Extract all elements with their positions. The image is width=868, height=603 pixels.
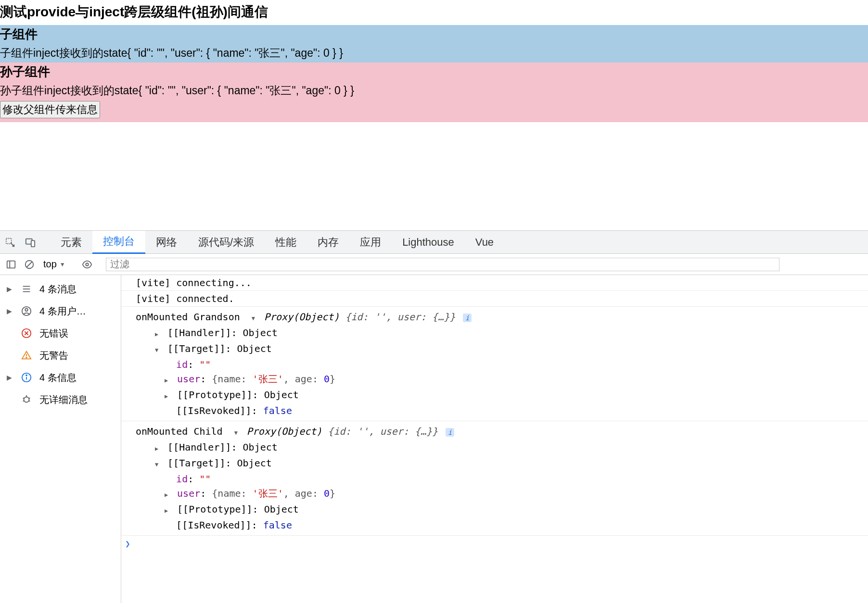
log-handler[interactable]: ▶ [[Handler]]: Object <box>136 326 854 341</box>
inspect-element-icon[interactable] <box>0 231 20 254</box>
child-heading: 子组件 <box>0 26 868 43</box>
svg-point-7 <box>86 263 89 266</box>
log-child-block: onMounted Child ▼ Proxy(Object) {id: '',… <box>121 421 868 536</box>
caret-right-icon: ▶ <box>155 327 162 341</box>
svg-point-21 <box>24 397 29 402</box>
child-text: 子组件inject接收到的state{ "id": "", "user": { … <box>0 46 868 61</box>
caret-right-icon: ▶ <box>165 373 171 388</box>
grandchild-component-panel: 孙子组件 孙子组件inject接收到的state{ "id": "", "use… <box>0 63 868 122</box>
sidebar-item-user[interactable]: ▶ 4 条用户… <box>0 300 121 322</box>
sidebar-messages-label: 4 条消息 <box>39 283 77 296</box>
sidebar-warnings-label: 无警告 <box>39 349 68 362</box>
svg-line-6 <box>27 262 32 267</box>
console-sidebar: ▶ 4 条消息 ▶ 4 条用户… <box>0 275 121 603</box>
caret-right-icon: ▶ <box>155 441 162 456</box>
log-child-summary[interactable]: onMounted Child ▼ Proxy(Object) {id: '',… <box>136 424 854 440</box>
context-value: top <box>43 259 57 270</box>
chevron-down-icon: ▼ <box>60 261 65 268</box>
log-prototype[interactable]: ▶ [[Prototype]]: Object <box>136 502 854 518</box>
expand-caret-icon: ▶ <box>7 307 13 315</box>
page-title: 测试provide与inject跨层级组件(祖孙)间通信 <box>0 3 868 21</box>
console-prompt[interactable]: ❯ <box>121 536 868 552</box>
user-icon <box>20 305 33 317</box>
log-vite-connecting: [vite] connecting... <box>121 275 868 291</box>
error-icon <box>20 327 33 339</box>
svg-point-12 <box>25 309 28 312</box>
tab-performance[interactable]: 性能 <box>265 231 307 254</box>
expand-caret-icon: ▶ <box>7 285 13 293</box>
log-id: id: "" <box>136 472 854 486</box>
log-vite-connected: [vite] connected. <box>121 291 868 307</box>
live-expression-icon[interactable] <box>80 257 94 272</box>
context-selector[interactable]: top ▼ <box>40 259 68 270</box>
log-handler[interactable]: ▶ [[Handler]]: Object <box>136 440 854 456</box>
sidebar-toggle-icon[interactable] <box>4 257 18 272</box>
debug-icon <box>20 393 33 406</box>
log-target[interactable]: ▼ [[Target]]: Object <box>136 456 854 472</box>
info-badge-icon[interactable]: i <box>446 428 454 437</box>
devtools-tab-bar: 元素 控制台 网络 源代码/来源 性能 内存 应用 Lighthouse Vue <box>0 231 868 254</box>
log-user[interactable]: ▶ user: {name: '张三', age: 0} <box>136 372 854 388</box>
expand-caret-icon: ▶ <box>7 374 13 381</box>
tab-memory[interactable]: 内存 <box>307 231 349 254</box>
log-target[interactable]: ▼ [[Target]]: Object <box>136 341 854 357</box>
sidebar-item-errors[interactable]: 无错误 <box>0 322 121 344</box>
tab-sources[interactable]: 源代码/来源 <box>188 231 265 254</box>
caret-down-icon: ▼ <box>234 426 241 440</box>
caret-down-icon: ▼ <box>252 311 258 326</box>
sidebar-item-warnings[interactable]: 无警告 <box>0 344 121 366</box>
log-user[interactable]: ▶ user: {name: '张三', age: 0} <box>136 486 854 502</box>
svg-rect-2 <box>31 240 35 247</box>
devtools-panel: 元素 控制台 网络 源代码/来源 性能 内存 应用 Lighthouse Vue… <box>0 230 868 603</box>
svg-point-17 <box>26 357 27 358</box>
sidebar-errors-label: 无错误 <box>39 327 68 340</box>
filter-input[interactable] <box>106 258 779 271</box>
console-toolbar: top ▼ <box>0 254 868 275</box>
sidebar-item-messages[interactable]: ▶ 4 条消息 <box>0 278 121 300</box>
tab-lighthouse[interactable]: Lighthouse <box>392 231 465 254</box>
sidebar-verbose-label: 无详细消息 <box>39 393 88 406</box>
modify-parent-info-button[interactable]: 修改父组件传来信息 <box>0 101 100 118</box>
tab-vue[interactable]: Vue <box>465 231 504 254</box>
info-badge-icon[interactable]: i <box>463 314 472 322</box>
device-toggle-icon[interactable] <box>20 231 40 254</box>
console-messages: [vite] connecting... [vite] connected. o… <box>121 275 868 603</box>
warning-icon <box>20 349 33 362</box>
svg-point-20 <box>26 375 27 376</box>
sidebar-item-info[interactable]: ▶ 4 条信息 <box>0 366 121 389</box>
caret-right-icon: ▶ <box>165 488 171 502</box>
svg-rect-3 <box>7 261 15 268</box>
tab-elements[interactable]: 元素 <box>50 231 92 254</box>
log-prototype[interactable]: ▶ [[Prototype]]: Object <box>136 388 854 403</box>
child-component-panel: 子组件 子组件inject接收到的state{ "id": "", "user"… <box>0 25 868 63</box>
tab-console[interactable]: 控制台 <box>92 231 145 254</box>
log-id: id: "" <box>136 357 854 372</box>
caret-right-icon: ▶ <box>165 503 171 518</box>
info-icon <box>20 371 33 384</box>
grandchild-text: 孙子组件inject接收到的state{ "id": "", "user": {… <box>0 83 868 98</box>
caret-down-icon: ▼ <box>155 343 162 357</box>
log-isrevoked: [[IsRevoked]]: false <box>136 403 854 418</box>
log-isrevoked: [[IsRevoked]]: false <box>136 518 854 532</box>
sidebar-item-verbose[interactable]: 无详细消息 <box>0 389 121 411</box>
sidebar-info-label: 4 条信息 <box>39 371 77 384</box>
caret-down-icon: ▼ <box>155 457 162 472</box>
log-grandson-block: onMounted Grandson ▼ Proxy(Object) {id: … <box>121 307 868 421</box>
sidebar-user-label: 4 条用户… <box>39 305 86 318</box>
tab-application[interactable]: 应用 <box>349 231 392 254</box>
caret-right-icon: ▶ <box>165 389 171 403</box>
log-grandson-summary[interactable]: onMounted Grandson ▼ Proxy(Object) {id: … <box>136 310 854 326</box>
list-icon <box>20 283 33 295</box>
tab-network[interactable]: 网络 <box>145 231 188 254</box>
clear-console-icon[interactable] <box>22 257 37 272</box>
grandchild-heading: 孙子组件 <box>0 63 868 80</box>
